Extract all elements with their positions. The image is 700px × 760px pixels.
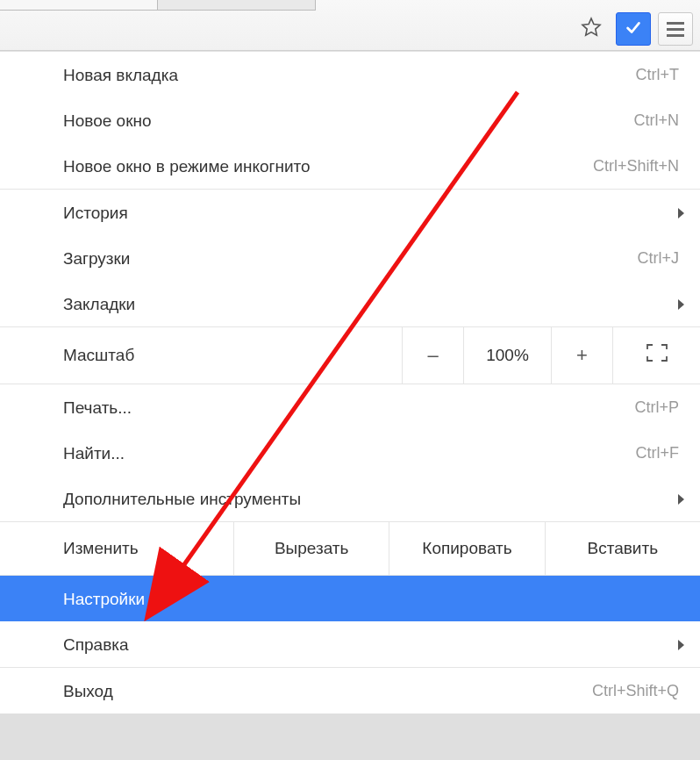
- shortcut-text: Ctrl+T: [636, 66, 680, 84]
- menu-item-zoom: Масштаб – 100% +: [0, 326, 700, 384]
- main-menu: Новая вкладка Ctrl+T Новое окно Ctrl+N Н…: [0, 51, 700, 713]
- submenu-caret-icon: [678, 494, 684, 505]
- menu-label: Справка: [63, 635, 679, 655]
- fullscreen-button[interactable]: [612, 327, 700, 384]
- menu-label: Дополнительные инструменты: [63, 490, 679, 509]
- menu-item-find[interactable]: Найти... Ctrl+F: [0, 430, 700, 476]
- chrome-menu-window: Новая вкладка Ctrl+T Новое окно Ctrl+N Н…: [0, 0, 700, 713]
- copy-button[interactable]: Копировать: [389, 522, 544, 575]
- menu-label: Новая вкладка: [63, 66, 636, 85]
- menu-item-help[interactable]: Справка: [0, 621, 700, 667]
- zoom-label: Масштаб: [63, 327, 402, 384]
- fullscreen-icon: [646, 343, 668, 368]
- shortcut-text: Ctrl+P: [634, 398, 679, 417]
- menu-item-print[interactable]: Печать... Ctrl+P: [0, 384, 700, 430]
- menu-label: Загрузки: [63, 249, 637, 269]
- paste-button[interactable]: Вставить: [545, 522, 700, 575]
- bookmark-star-button[interactable]: [574, 12, 609, 46]
- zoom-value: 100%: [463, 327, 551, 384]
- shortcut-text: Ctrl+Shift+N: [593, 157, 679, 176]
- menu-item-bookmarks[interactable]: Закладки: [0, 281, 700, 326]
- submenu-caret-icon: [678, 640, 684, 650]
- star-icon: [581, 17, 602, 42]
- cut-button[interactable]: Вырезать: [233, 522, 389, 575]
- menu-label: Новое окно в режиме инкогнито: [63, 157, 593, 176]
- menu-item-new-tab[interactable]: Новая вкладка Ctrl+T: [0, 52, 700, 97]
- zoom-out-button[interactable]: –: [402, 327, 463, 384]
- shortcut-text: Ctrl+F: [636, 444, 680, 462]
- menu-item-new-window[interactable]: Новое окно Ctrl+N: [0, 97, 700, 143]
- hamburger-icon: [667, 22, 684, 25]
- submenu-caret-icon: [678, 208, 684, 219]
- edit-label: Изменить: [0, 522, 233, 575]
- shortcut-text: Ctrl+J: [637, 249, 679, 268]
- shortcut-text: Ctrl+Shift+Q: [592, 682, 679, 700]
- checkmark-icon: [624, 18, 643, 41]
- menu-item-more-tools[interactable]: Дополнительные инструменты: [0, 476, 700, 521]
- svg-marker-0: [582, 18, 600, 35]
- menu-item-downloads[interactable]: Загрузки Ctrl+J: [0, 235, 700, 281]
- menu-label: Найти...: [63, 444, 636, 463]
- menu-item-incognito[interactable]: Новое окно в режиме инкогнито Ctrl+Shift…: [0, 143, 700, 189]
- menu-item-edit: Изменить Вырезать Копировать Вставить: [0, 521, 700, 576]
- menu-label: Новое окно: [63, 111, 633, 131]
- menu-label: Закладки: [63, 295, 679, 314]
- shortcut-text: Ctrl+N: [633, 111, 679, 130]
- menu-item-settings[interactable]: Настройки: [0, 576, 700, 621]
- zoom-in-button[interactable]: +: [551, 327, 612, 384]
- extension-button[interactable]: [616, 12, 651, 46]
- menu-item-exit[interactable]: Выход Ctrl+Shift+Q: [0, 668, 700, 713]
- tab-strip-fragment: [0, 0, 316, 11]
- menu-label: Настройки: [63, 590, 679, 609]
- menu-label: Печать...: [63, 398, 634, 418]
- menu-label: История: [63, 204, 679, 223]
- menu-label: Выход: [63, 682, 592, 701]
- submenu-caret-icon: [678, 299, 684, 310]
- main-menu-button[interactable]: [658, 12, 693, 46]
- menu-item-history[interactable]: История: [0, 190, 700, 235]
- browser-toolbar: [0, 0, 700, 51]
